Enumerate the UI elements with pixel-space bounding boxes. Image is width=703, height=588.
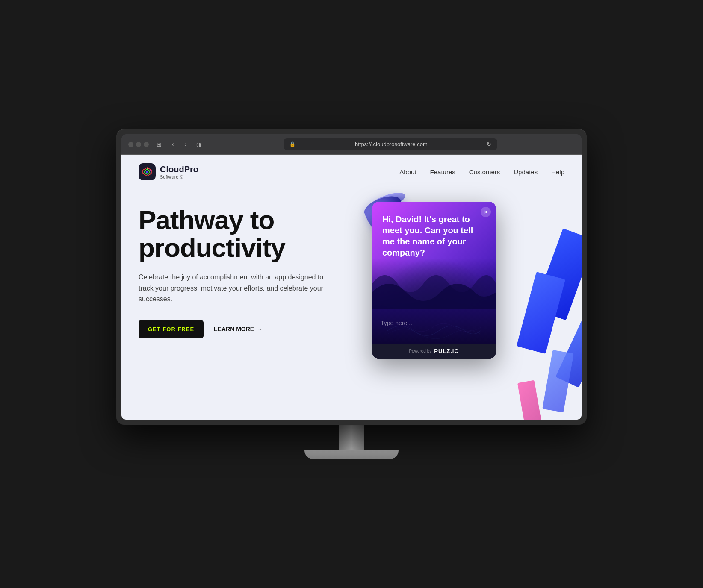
monitor-stand xyxy=(304,425,399,459)
refresh-button[interactable]: ↻ xyxy=(487,141,491,147)
monitor-bezel: ⊞ ‹ › ◑ 🔒 https://.cloudprosoftware.com … xyxy=(121,134,582,420)
address-bar[interactable]: 🔒 https://.cloudprosoftware.com ↻ xyxy=(284,138,497,150)
brand-name: PULZ.IO xyxy=(434,348,459,354)
stand-neck xyxy=(339,425,364,450)
hero-text: Pathway to productivity Celebrate the jo… xyxy=(139,197,361,338)
nav-link-customers[interactable]: Customers xyxy=(469,168,500,176)
monitor-frame: ⊞ ‹ › ◑ 🔒 https://.cloudprosoftware.com … xyxy=(116,129,587,425)
brightness-icon: ◑ xyxy=(196,141,201,148)
nav-link-about[interactable]: About xyxy=(399,168,416,176)
url-display: https://.cloudprosoftware.com xyxy=(298,141,484,147)
back-button[interactable]: ‹ xyxy=(169,140,177,149)
chat-footer: Powered by PULZ.IO xyxy=(372,344,496,359)
powered-by-label: Powered by xyxy=(409,349,431,353)
chat-body: Type here... Powered by PULZ.IO xyxy=(372,309,496,359)
nav-links: About Features Customers Updates Help xyxy=(399,168,564,176)
logo-name: CloudPro xyxy=(160,164,198,174)
chat-wave-decoration xyxy=(372,258,496,309)
shard-4 xyxy=(542,350,574,413)
website-content: CloudPro Software © About Features Custo… xyxy=(121,155,582,420)
pink-shard xyxy=(517,380,543,420)
forward-button[interactable]: › xyxy=(182,140,189,149)
nav-link-features[interactable]: Features xyxy=(430,168,455,176)
learn-more-button[interactable]: LEARN MORE → xyxy=(214,326,263,332)
security-lock-icon: 🔒 xyxy=(289,141,295,147)
shard-2 xyxy=(517,272,565,354)
hero-buttons: GET FOR FREE LEARN MORE → xyxy=(139,320,361,338)
logo-subtitle: Software © xyxy=(160,174,198,179)
arrow-icon: → xyxy=(257,326,263,332)
chat-header: × Hi, David! It's great to meet you. Can… xyxy=(372,202,496,309)
shard-3 xyxy=(555,315,582,388)
monitor-wrapper: ⊞ ‹ › ◑ 🔒 https://.cloudprosoftware.com … xyxy=(116,129,587,459)
maximize-window-button[interactable] xyxy=(144,142,149,147)
browser-window-controls xyxy=(128,142,149,147)
logo-text: CloudPro Software © xyxy=(160,164,198,179)
minimize-window-button[interactable] xyxy=(136,142,141,147)
svg-point-2 xyxy=(146,171,148,173)
shard-1 xyxy=(534,228,582,320)
chat-widget: × Hi, David! It's great to meet you. Can… xyxy=(372,202,496,359)
browser-chrome: ⊞ ‹ › ◑ 🔒 https://.cloudprosoftware.com … xyxy=(121,134,582,155)
chat-close-button[interactable]: × xyxy=(481,207,491,217)
nav-link-help[interactable]: Help xyxy=(551,168,564,176)
hero-subtitle: Celebrate the joy of accomplishment with… xyxy=(139,272,327,305)
learn-more-label: LEARN MORE xyxy=(214,326,254,332)
get-for-free-button[interactable]: GET FOR FREE xyxy=(139,320,204,338)
nav-link-updates[interactable]: Updates xyxy=(514,168,538,176)
stand-foot xyxy=(304,450,399,459)
logo-area: CloudPro Software © xyxy=(139,163,399,180)
hero-title: Pathway to productivity xyxy=(139,206,361,262)
close-window-button[interactable] xyxy=(128,142,133,147)
hero-section: Pathway to productivity Celebrate the jo… xyxy=(121,189,582,411)
logo-icon xyxy=(139,163,156,180)
site-navigation: CloudPro Software © About Features Custo… xyxy=(121,155,582,189)
sidebar-toggle-button[interactable]: ⊞ xyxy=(154,140,164,149)
chat-greeting: Hi, David! It's great to meet you. Can y… xyxy=(382,214,486,258)
wave-background xyxy=(372,318,496,344)
chat-input-area: Type here... xyxy=(372,309,496,344)
